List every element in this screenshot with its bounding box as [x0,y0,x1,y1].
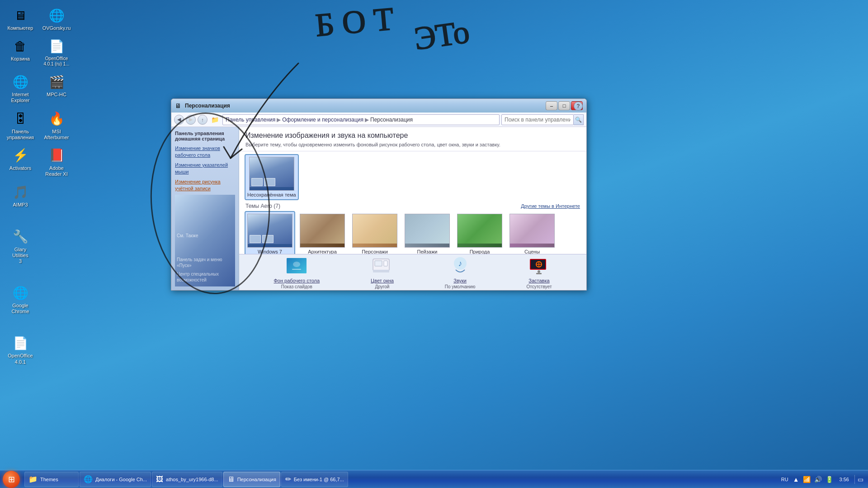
screensaver-sublabel: Отсутствует [526,284,552,289]
desktop-icon-openoffice[interactable]: 📄 OpenOffice4.0.1 (ru) 1... [41,35,72,69]
desktop-icon-activators[interactable]: ⚡ Activators [5,145,36,179]
theme-item-unsaved[interactable]: Несохранённая тема [245,155,298,199]
breadcrumb-control-panel[interactable]: Панель управления [226,117,275,123]
title-bar: 🖥 Персонализация – □ ✕ [171,99,586,113]
aimp-icon: 🎵 [11,183,29,201]
taskbar-item-ie[interactable]: 🌐 Диалоги - Google Ch... [80,472,151,487]
unsaved-theme-label: Несохранённая тема [247,192,296,197]
theme-thumb-chars [352,214,397,248]
recycle-label: Корзина [11,56,30,62]
language-indicator[interactable]: RU [779,476,790,483]
desktop-icon-computer[interactable]: 🖥 Компьютер [5,5,36,33]
ovgorsky-label: OVGorsky.ru [42,25,71,31]
system-tray: RU ▲ 📶 🔊 🔋 3:56 ▭ [776,470,868,488]
start-orb[interactable] [3,471,20,488]
tray-arrow-icon[interactable]: ▲ [792,475,800,484]
desktop-icon-aimp[interactable]: 🎵 AIMP3 [5,181,36,210]
wallpaper-sublabel: Показ слайдов [281,284,312,289]
sound-item[interactable]: ♪ Звуки По умолчанию [440,253,480,290]
help-button[interactable]: ? [574,102,583,111]
desktop-icon-area: 🖥 Компьютер 🌐 OVGorsky.ru 🗑 Корзина 📄 Op… [5,5,72,367]
forward-button[interactable]: ▶ [186,115,196,125]
search-input[interactable] [501,114,574,125]
tray-network-icon[interactable]: 📶 [802,475,811,484]
theme-item-nature[interactable]: Природа [455,212,504,254]
desktop-icon-cpanel[interactable]: 🎛 Панельуправления [5,108,36,142]
taskbar-item-athos[interactable]: 🖼 athos_by_ury1966-d8... [152,472,222,487]
color-label[interactable]: Цвет окна [371,278,394,283]
desktop-icon-chrome[interactable]: 🌐 GoogleChrome [5,282,36,316]
up-button[interactable]: ↑ [198,115,208,125]
chrome-icon: 🌐 [11,284,29,302]
desktop-icon-ovgorsky[interactable]: 🌐 OVGorsky.ru [41,5,72,33]
main-panel: Изменение изображения и звука на компьют… [239,127,586,290]
glary-icon: 🔧 [11,228,29,246]
address-breadcrumb[interactable]: Панель управления ▶ Оформление и персона… [222,114,500,125]
color-icon [371,255,393,277]
svg-rect-9 [375,261,382,266]
openoffice-icon: 📄 [47,37,66,55]
color-item[interactable]: Цвет окна Другой [366,253,398,290]
panel-header: Изменение изображения и звука на компьют… [239,127,586,151]
search-button[interactable]: 🔍 [574,114,584,125]
system-clock[interactable]: 3:56 [836,477,853,482]
activators-icon: ⚡ [11,146,29,164]
tray-battery-icon[interactable]: 🔋 [825,475,834,484]
sidebar-link-mouse[interactable]: Изменение указателей мыши [175,162,235,176]
theme-item-scenes[interactable]: Сцены [508,212,557,254]
themes-taskbar-label: Themes [40,477,58,482]
theme-thumb-arch [300,214,345,248]
desktop-icon-msi[interactable]: 🔥 MSIAfterburner [41,108,72,142]
themes-scroll-area[interactable]: Несохранённая тема Темы Aero (7) Другие … [239,151,586,254]
window-title: Персонализация [185,103,544,109]
activators-label: Activators [9,165,31,171]
back-button[interactable]: ◀ [174,115,184,125]
msi-label: MSIAfterburner [44,129,69,141]
taskbar-item-themes[interactable]: 📁 Themes [24,472,79,487]
svg-rect-5 [292,269,301,270]
arch-theme-label: Архитектура [308,249,337,254]
taskbar-item-personalization[interactable]: 🖥 Персонализация [223,472,280,487]
online-themes-link[interactable]: Другие темы в Интернете [521,203,580,209]
desktop-icon-glary[interactable]: 🔧 Glary Utilities3 [5,226,36,267]
taskbar-items: 📁 Themes 🌐 Диалоги - Google Ch... 🖼 atho… [23,470,776,488]
panel-desc: Выберите тему, чтобы одновременно измени… [245,141,580,148]
restore-button[interactable]: □ [558,101,570,110]
openoffice-label: OpenOffice4.0.1 (ru) 1... [43,56,69,67]
sound-label[interactable]: Звуки [453,278,467,283]
screensaver-item[interactable]: Заставка Отсутствует [522,253,556,290]
theme-item-land[interactable]: Пейзажи [403,212,452,254]
svg-text:ЭТо: ЭТо [412,14,472,57]
sidebar-link-icons[interactable]: Изменение значков рабочего стола [175,145,235,159]
sound-sublabel: По умолчанию [445,284,476,289]
svg-rect-16 [536,273,542,274]
taskbar-item-unnamed[interactable]: ✏ Без имени-1 @ 66,7... [281,472,348,487]
aero-themes-row: Windows 7 Архитектура [245,212,580,254]
land-theme-label: Пейзажи [417,249,438,254]
chars-theme-label: Персонажи [362,249,388,254]
sidebar-link-account[interactable]: Изменение рисунка учётной записи [175,178,235,192]
athos-taskbar-icon: 🖼 [156,475,163,483]
minimize-button[interactable]: – [546,101,557,110]
athos-taskbar-label: athos_by_ury1966-d8... [166,477,218,482]
breadcrumb-personalization: Персонализация [370,117,413,123]
desktop-icon-adobe[interactable]: 📕 AdobeReader XI [41,145,72,179]
wallpaper-icon [286,255,307,277]
wallpaper-label[interactable]: Фон рабочего стола [274,278,320,283]
start-button[interactable] [0,470,23,488]
svg-point-15 [538,270,540,273]
svg-point-6 [293,262,300,267]
wallpaper-item[interactable]: Фон рабочего стола Показ слайдов [269,253,324,290]
screensaver-label[interactable]: Заставка [528,278,549,283]
theme-item-arch[interactable]: Архитектура [298,212,347,254]
aimp-label: AIMP3 [13,202,28,208]
desktop-icon-openoffice2[interactable]: 📄 OpenOffice4.0.1 [5,332,36,366]
desktop-icon-mpchc[interactable]: 🎬 MPC-HC [41,71,72,105]
show-desktop-icon[interactable]: ▭ [854,475,864,484]
desktop-icon-recycle[interactable]: 🗑 Корзина [5,35,36,69]
theme-item-win7[interactable]: Windows 7 [245,212,294,254]
desktop-icon-ie[interactable]: 🌐 InternetExplorer [5,71,36,105]
breadcrumb-appearance[interactable]: Оформление и персонализация [282,117,363,123]
theme-item-chars[interactable]: Персонажи [350,212,399,254]
tray-volume-icon[interactable]: 🔊 [813,475,823,484]
